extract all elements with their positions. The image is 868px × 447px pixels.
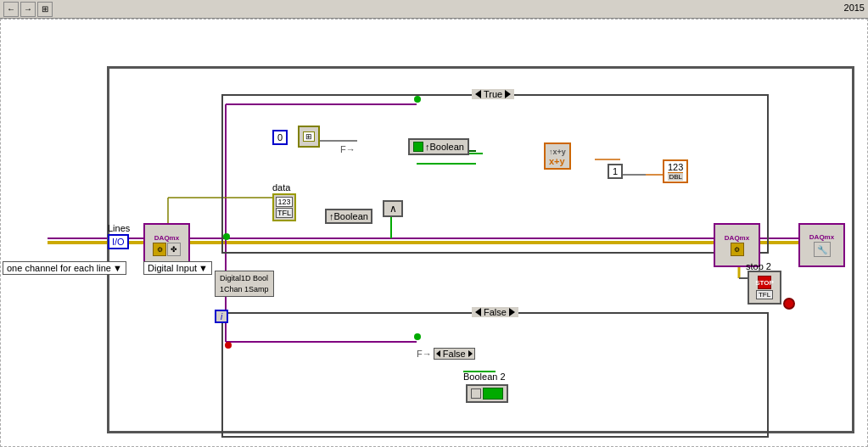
boolean-label-true: ↑Boolean xyxy=(425,142,464,152)
lines-input[interactable]: I/O xyxy=(108,234,129,249)
num123-value: 123 xyxy=(668,162,683,172)
true-label-text: True xyxy=(484,89,502,99)
false-inner-arrow xyxy=(436,350,440,357)
num-const-1[interactable]: 1 xyxy=(608,164,623,179)
daqmx2-label: DAQmx xyxy=(725,234,749,242)
num-type-label: DBL xyxy=(668,172,683,181)
conn-dot-left xyxy=(223,233,230,240)
conn-dot-false-left xyxy=(414,333,421,340)
f-text: F→ xyxy=(340,144,356,154)
canvas-area: True False Lines I/O DAQmx ⚙ ✤ DAQmx ⚙ D… xyxy=(0,19,868,447)
false-f-text: F→ xyxy=(417,349,432,359)
false-selector: False xyxy=(434,348,475,360)
channel-dropdown[interactable]: one channel for each line ▼ xyxy=(3,261,126,275)
false-frame-label: False xyxy=(472,307,518,317)
info-box: Digital1D Bool 1Chan 1Samp xyxy=(215,271,274,297)
false-right-arrow xyxy=(509,308,515,316)
forward-button[interactable]: → xyxy=(20,2,36,17)
lines-label: Lines xyxy=(108,223,130,233)
toolbar: ← → ⊞ 2015 xyxy=(0,0,868,19)
false-left-arrow xyxy=(475,308,481,316)
boolean2-green xyxy=(483,388,503,400)
daqmx-node-3[interactable]: DAQmx 🔧 xyxy=(798,223,845,267)
const-zero-box[interactable]: 0 xyxy=(272,130,288,145)
info-line2: 1Chan 1Samp xyxy=(220,284,269,295)
boolean-arrow-output: ↑Boolean xyxy=(325,209,372,224)
boolean2-label: Boolean 2 xyxy=(463,372,506,382)
boolean-arrow-text: ↑Boolean xyxy=(329,211,368,221)
data-label: data xyxy=(272,182,290,193)
true-right-arrow xyxy=(505,90,511,98)
array-index-icon[interactable]: ⊞ xyxy=(298,126,320,148)
false-inner-label: False xyxy=(443,349,466,359)
num-const-123[interactable]: 123 DBL xyxy=(663,159,688,183)
info-icon-box: i xyxy=(215,310,228,323)
func-and-node[interactable]: ∧ xyxy=(383,200,403,217)
stop-icon: STOP xyxy=(758,276,771,289)
channel-dropdown-arrow: ▼ xyxy=(113,263,122,273)
stop-tfl: TFL xyxy=(756,290,773,299)
f-indicator-true: F→ xyxy=(340,144,356,154)
const-zero-value: 0 xyxy=(277,132,283,142)
back-button[interactable]: ← xyxy=(3,2,19,17)
info-line1: Digital1D Bool xyxy=(220,273,269,284)
true-left-arrow xyxy=(475,90,481,98)
digital-input-text: Digital Input xyxy=(148,263,197,273)
boolean2-box xyxy=(466,384,508,403)
daqmx1-label: DAQmx xyxy=(154,234,179,242)
func-sym: ∧ xyxy=(389,203,397,215)
daqmx3-label: DAQmx xyxy=(809,233,834,241)
xpy-label-top: ↑x+y xyxy=(549,148,566,156)
boolean-green-indicator xyxy=(413,142,423,152)
conn-dot-true-left xyxy=(414,96,421,103)
true-frame-label: True xyxy=(472,89,514,99)
lines-value: I/O xyxy=(112,237,125,247)
false-inner-arrow-r xyxy=(468,350,473,357)
digital-input-arrow: ▼ xyxy=(199,263,208,273)
f-indicator-false: F→ False xyxy=(417,348,475,360)
conn-dot-false-red xyxy=(225,342,232,349)
data-cluster-icon[interactable]: 123 TFL xyxy=(272,193,296,221)
channel-option-text: one channel for each line xyxy=(7,263,111,273)
digital-input-dropdown[interactable]: Digital Input ▼ xyxy=(143,261,212,275)
run-indicator[interactable] xyxy=(783,298,795,310)
xpy-label: x+y xyxy=(549,156,565,166)
stop-text: STOP xyxy=(755,279,774,287)
boolean2-indicator xyxy=(471,388,481,399)
grid-button[interactable]: ⊞ xyxy=(37,2,53,17)
year-label: 2015 xyxy=(844,3,865,13)
xpy-arith-box[interactable]: ↑x+y x+y xyxy=(544,142,571,170)
num1-value: 1 xyxy=(613,166,618,176)
stop-button[interactable]: STOP TFL xyxy=(748,271,781,305)
false-label-text: False xyxy=(484,307,507,317)
boolean-box-true: ↑Boolean xyxy=(408,138,469,155)
